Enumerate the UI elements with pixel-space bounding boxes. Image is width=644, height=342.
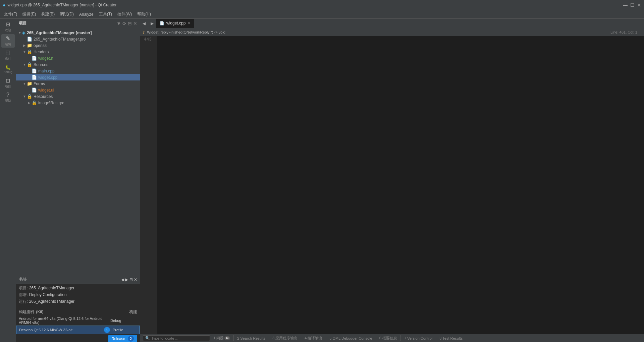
menu-controls[interactable]: 控件(W) <box>115 11 135 18</box>
welcome-icon: ⊞ <box>6 21 10 27</box>
tree-label: Resources <box>34 94 53 99</box>
design-icon: ◱ <box>5 49 10 56</box>
kit-name-android: Android for arm64-v8a (Clang Qt 5.12.6 f… <box>19 317 110 325</box>
status-left: 🔍 <box>143 335 210 341</box>
code-editor: 443 <box>140 36 644 334</box>
expand-icon: ▼ <box>22 50 27 54</box>
menu-edit[interactable]: 编辑(E) <box>20 11 39 18</box>
build-title-right: 构建 <box>129 309 137 315</box>
kit-item-desktop[interactable]: Desktop Qt 5.12.6 MinGW 32-bit 1 Profile <box>16 326 140 334</box>
menu-debug[interactable]: 调试(D) <box>57 11 76 18</box>
file-ui-icon: 📄 <box>32 88 37 93</box>
sync-icon[interactable]: ⟳ <box>122 21 126 26</box>
bookmark-nav-next[interactable]: ▶ <box>125 277 128 282</box>
sidebar-item-edit[interactable]: ✎ 编辑 <box>1 34 15 48</box>
tree-item-resources[interactable]: ▼ 🔒 Resources <box>16 93 140 100</box>
menu-file[interactable]: 文件(F) <box>1 11 20 18</box>
tree-item-forms[interactable]: ▼ 📁 Forms <box>16 80 140 87</box>
tab-close-icon[interactable]: ✕ <box>187 21 191 25</box>
tab-widget-cpp[interactable]: 📄 widget.cpp ✕ <box>156 19 194 28</box>
bookmark-close[interactable]: ✕ <box>134 277 137 282</box>
edit-icon: ✎ <box>6 35 10 42</box>
status-search-box[interactable]: 🔍 <box>143 335 210 341</box>
build-kit-section: 构建套件 (Kit) 构建 Android for arm64-v8a (Cla… <box>16 307 140 342</box>
tab-nav-right[interactable]: ▶ <box>148 19 156 28</box>
filter-icon[interactable]: ▼ <box>116 21 121 26</box>
tree-item-widgetui[interactable]: 📄 widget.ui <box>16 87 140 93</box>
kit-build-type-android: Debug <box>110 319 137 323</box>
collapse-icon[interactable]: ⊟ <box>128 21 132 26</box>
tree-label: 265_AgritechIoTManager [master] <box>27 31 92 35</box>
menu-help[interactable]: 帮助(H) <box>135 11 154 18</box>
func-breadcrumb: ƒ Widget::replyFinished(QNetworkReply *)… <box>140 28 644 36</box>
status-tab-qml[interactable]: 5 QML Debugger Console <box>326 336 376 341</box>
tab-nav-left[interactable]: ◀ <box>140 19 148 28</box>
tree-label: main.cpp <box>38 69 55 73</box>
code-content[interactable] <box>157 36 644 334</box>
status-tab-search[interactable]: 2 Search Results <box>234 336 269 341</box>
folder-lock-icon: 🔒 <box>27 94 32 99</box>
tree-item-widgetcpp[interactable]: 📄 widget.cpp <box>16 74 140 80</box>
menu-analyze[interactable]: Analyze <box>76 11 96 17</box>
menu-build[interactable]: 构建(B) <box>39 11 57 18</box>
tree-item-maincpp[interactable]: 📄 main.cpp <box>16 68 140 74</box>
main-area: ⊞ 欢迎 ✎ 编辑 ◱ 设计 🐛 Debug ⊡ 项目 ? 帮助 项目 ▼ <box>0 19 644 342</box>
tree-item-imgres[interactable]: ▶ 🔒 image\Res.qrc <box>16 100 140 106</box>
search-icon: 🔍 <box>145 336 150 340</box>
tree-item-widgeth[interactable]: 📄 widget.h <box>16 55 140 61</box>
sidebar-item-debug[interactable]: 🐛 Debug <box>1 62 15 76</box>
project-panel: 项目 ▼ ⟳ ⊟ ✕ ▼ ◈ 265_AgritechIoTManager [m… <box>16 19 140 342</box>
func-breadcrumb-icon: ƒ <box>143 30 145 34</box>
status-tab-issues[interactable]: 1 问题❷ <box>210 335 234 341</box>
menu-tools[interactable]: 工具(T) <box>96 11 115 18</box>
close-button[interactable]: ✕ <box>637 2 641 8</box>
tree-item-headers[interactable]: ▼ 🔒 Headers <box>16 49 140 55</box>
close-panel-icon[interactable]: ✕ <box>133 21 137 26</box>
expand-icon: ▼ <box>22 63 27 66</box>
status-search-input[interactable] <box>151 336 205 340</box>
sidebar-item-welcome[interactable]: ⊞ 欢迎 <box>1 20 15 34</box>
kit-build-type-desktop: Profile <box>110 328 137 332</box>
tree-item-sources[interactable]: ▼ 🔒 Sources <box>16 61 140 68</box>
sidebar-item-design[interactable]: ◱ 设计 <box>1 48 15 62</box>
func-breadcrumb-wrapper: ƒ Widget::replyFinished(QNetworkReply *)… <box>143 30 641 34</box>
bookmarks-panel-content: 项目: 265_AgritechIoTManager 部署: Deploy Co… <box>16 284 140 307</box>
folder-icon: 📁 <box>27 81 32 86</box>
expand-icon: ▼ <box>22 82 27 86</box>
tree-label: widget.ui <box>38 88 54 93</box>
file-h-icon: 📄 <box>32 56 37 61</box>
tree-label: Headers <box>34 50 49 54</box>
bookmark-expand[interactable]: ⊟ <box>129 277 133 282</box>
minimize-button[interactable]: — <box>623 2 628 8</box>
status-tab-overview[interactable]: 6 概要信息 <box>376 335 401 341</box>
tree-label: widget.cpp <box>38 75 57 80</box>
menu-bar: 文件(F) 编辑(E) 构建(B) 调试(D) Analyze 工具(T) 控件… <box>0 10 644 19</box>
status-tab-vcs[interactable]: 7 Version Control <box>401 336 436 341</box>
release-button[interactable]: Release 2 <box>108 335 137 342</box>
project-panel-controls: ▼ ⟳ ⊟ ✕ <box>116 21 137 26</box>
status-tab-appoutput[interactable]: 3 应用程序输出 <box>269 335 301 341</box>
maximize-button[interactable]: ☐ <box>630 2 635 8</box>
kit-name-desktop: Desktop Qt 5.12.6 MinGW 32-bit <box>19 328 103 332</box>
bookmark-nav-prev[interactable]: ◀ <box>121 277 124 282</box>
info-line-project: 项目: 265_AgritechIoTManager <box>19 285 137 291</box>
tree-item-root[interactable]: ▼ ◈ 265_AgritechIoTManager [master] <box>16 30 140 36</box>
line-col-info: Line: 461, Col: 1 <box>610 30 637 34</box>
file-cpp-icon: 📄 <box>32 68 37 73</box>
kit-badge-desktop: 1 <box>104 327 110 333</box>
file-qrc-icon: 🔒 <box>32 100 37 105</box>
debug-icon: 🐛 <box>5 64 11 70</box>
tree-item-openssl[interactable]: ▶ 📁 openssl <box>16 42 140 49</box>
tree-item-pro[interactable]: 📄 265_AgritechIoTManager.pro <box>16 36 140 42</box>
folder-icon: 📁 <box>27 43 32 48</box>
bookmarks-title: 书签 <box>19 277 27 282</box>
tree-label: Sources <box>34 62 48 67</box>
kit-item-android[interactable]: Android for arm64-v8a (Clang Qt 5.12.6 f… <box>16 316 140 326</box>
func-breadcrumb-text: Widget::replyFinished(QNetworkReply *) -… <box>147 30 225 34</box>
tree-label: 265_AgritechIoTManager.pro <box>34 37 86 42</box>
status-tab-test[interactable]: 8 Test Results <box>436 336 466 341</box>
sidebar-item-projects[interactable]: ⊡ 项目 <box>1 76 15 90</box>
tree-label: image\Res.qrc <box>38 101 64 105</box>
sidebar-item-help[interactable]: ? 帮助 <box>1 91 15 104</box>
status-tab-compile[interactable]: 4 编译输出 <box>301 335 326 341</box>
